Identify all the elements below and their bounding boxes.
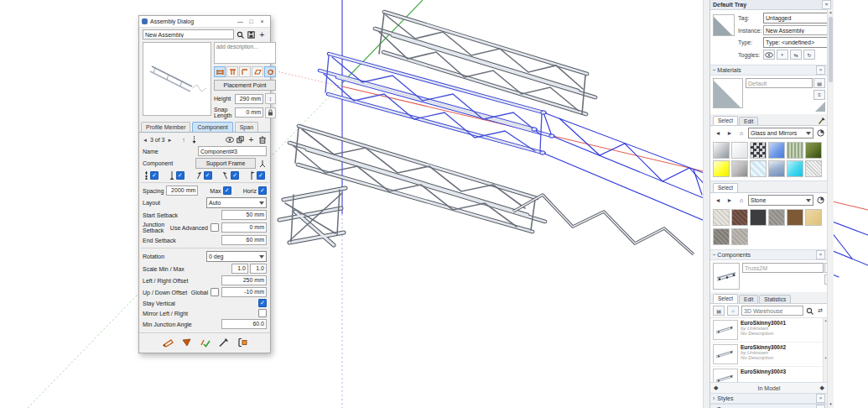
collapse-materials-icon[interactable]: › <box>711 69 717 71</box>
scroll-up-icon[interactable]: ▲ <box>828 9 834 16</box>
in-model-materials2-icon[interactable]: ⌂ <box>736 196 746 206</box>
material-swatch[interactable] <box>787 160 803 177</box>
toggle-checkbox-4[interactable]: ✓ <box>231 171 239 180</box>
assembly-name-input[interactable] <box>143 29 234 39</box>
tab-span[interactable]: Span <box>235 122 258 132</box>
component-pick-icon[interactable] <box>257 159 267 168</box>
mode-frame-icon[interactable] <box>214 66 226 77</box>
materials2-tab-select[interactable]: Select <box>713 183 738 192</box>
mode-columns-icon[interactable] <box>226 66 238 77</box>
collections-swap-icon[interactable]: ⇄ <box>815 306 825 316</box>
scale-min-input[interactable]: 1.0 <box>231 264 248 274</box>
hidden-toggle-icon[interactable] <box>763 50 775 60</box>
toggle-checkbox-1[interactable]: ✓ <box>150 171 159 180</box>
tags-header[interactable]: › Tags × <box>710 404 828 408</box>
draw-assembly-icon[interactable] <box>163 337 174 348</box>
scale-max-input[interactable]: 1.0 <box>250 264 267 274</box>
cast-shadows-icon[interactable]: ↻ <box>803 50 815 60</box>
back-collection2-icon[interactable]: ◄ <box>713 196 723 206</box>
horiz-checkbox[interactable]: ✓ <box>258 186 267 195</box>
components-tab-statistics[interactable]: Statistics <box>759 295 791 303</box>
sample-assembly-icon[interactable] <box>218 337 229 348</box>
tray-scrollbar[interactable]: ▲ ▼ <box>827 9 834 408</box>
material-details-icon[interactable]: ≡ <box>813 90 825 100</box>
tray-titlebar[interactable]: Default Tray × <box>710 0 834 10</box>
material-swatch[interactable] <box>750 142 767 159</box>
zigzag-tube[interactable] <box>513 195 694 254</box>
type-dropdown[interactable]: Type: <undefined> <box>763 37 834 48</box>
material-swatch[interactable] <box>731 142 748 159</box>
material-swatch[interactable] <box>713 142 730 159</box>
description-input[interactable] <box>214 42 276 64</box>
minimize-button[interactable]: — <box>235 18 246 24</box>
use-advanced-checkbox[interactable]: ✓ <box>211 223 219 232</box>
material-collection2-dropdown[interactable]: Stone <box>748 195 813 206</box>
mirror-checkbox[interactable]: ✓ <box>258 309 267 317</box>
in-model-materials-icon[interactable]: ⌂ <box>736 128 746 139</box>
save-icon[interactable] <box>247 30 256 39</box>
material-swatch[interactable] <box>768 209 785 226</box>
material-swatch[interactable] <box>805 142 822 159</box>
materials-tab-select[interactable]: Select <box>713 116 738 125</box>
receive-shadows-icon[interactable]: ⇆ <box>790 50 802 60</box>
tag-dropdown[interactable]: Untagged <box>763 13 834 24</box>
add-to-library-icon[interactable] <box>236 337 247 348</box>
materials-tab-edit[interactable]: Edit <box>739 117 758 125</box>
component-name-input[interactable] <box>198 146 267 156</box>
material-swatch[interactable] <box>731 160 748 177</box>
add-component-icon[interactable]: + <box>247 135 256 144</box>
component-list-item[interactable]: EuroSkinny300#3 <box>710 367 828 382</box>
lock-icon[interactable] <box>265 107 276 118</box>
global-checkbox[interactable]: ✓ <box>211 288 219 296</box>
max-checkbox[interactable]: ✓ <box>223 186 231 195</box>
material-swatch[interactable] <box>750 209 767 226</box>
min-junction-angle-input[interactable]: 60.0 <box>221 319 267 329</box>
next-model-icon[interactable]: ◆ <box>820 384 824 391</box>
duplicate-icon[interactable] <box>236 135 245 144</box>
secondary-pane-icon[interactable]: ▤ <box>813 78 825 88</box>
lr-offset-input[interactable]: 250 mm <box>221 275 267 285</box>
material-swatch[interactable] <box>768 160 785 177</box>
styles-close-icon[interactable]: × <box>816 394 825 403</box>
toggle-checkbox-5[interactable]: ✓ <box>257 171 265 180</box>
components-home-icon[interactable]: ⌂ <box>727 306 739 316</box>
mode-polygon-icon[interactable] <box>252 66 263 77</box>
tags-close-icon[interactable]: × <box>816 405 825 408</box>
components-tab-select[interactable]: Select <box>713 294 738 303</box>
next-component-icon[interactable]: ► <box>167 138 172 143</box>
toggle-checkbox-3[interactable]: ✓ <box>204 171 212 180</box>
eyedropper-icon[interactable] <box>818 117 825 125</box>
modify-assembly-icon[interactable] <box>181 337 192 348</box>
spacing-input[interactable]: 2000 mm <box>166 186 198 196</box>
forward-collection-icon[interactable]: ► <box>725 128 735 139</box>
collection2-options-icon[interactable] <box>815 196 825 206</box>
tab-component[interactable]: Component <box>192 122 232 132</box>
mode-loop-icon[interactable] <box>264 66 276 77</box>
add-assembly-icon[interactable]: + <box>257 30 267 39</box>
component-search-name[interactable] <box>742 263 824 273</box>
layout-dropdown[interactable]: Auto <box>206 197 267 208</box>
material-swatch[interactable] <box>787 142 803 159</box>
forward-collection2-icon[interactable]: ► <box>725 196 735 206</box>
move-down-icon[interactable] <box>190 135 199 144</box>
material-swatch[interactable] <box>713 209 730 226</box>
material-swatch[interactable] <box>805 160 822 177</box>
dialog-titlebar[interactable]: Assembly Dialog — □ × <box>139 16 270 28</box>
validate-assembly-icon[interactable] <box>200 337 211 348</box>
material-swatch[interactable] <box>713 228 730 245</box>
materials-header[interactable]: › Materials × <box>710 65 828 76</box>
maximize-button[interactable]: □ <box>246 18 257 24</box>
tab-profile-member[interactable]: Profile Member <box>141 122 190 132</box>
junction-setback-input[interactable]: 0 mm <box>221 222 267 233</box>
styles-header[interactable]: › Styles × <box>710 393 828 404</box>
snap-length-input[interactable]: 0 mm <box>235 107 263 118</box>
component-select-button[interactable]: Support Frame <box>195 158 256 169</box>
visibility-icon[interactable] <box>225 135 234 144</box>
material-swatch[interactable] <box>768 142 785 159</box>
material-swatch[interactable] <box>731 228 748 245</box>
scroll-down-icon[interactable]: ▼ <box>828 401 834 408</box>
materials-close-icon[interactable]: × <box>816 65 825 75</box>
material-swatch[interactable] <box>805 209 822 226</box>
mode-corner-icon[interactable] <box>239 66 251 77</box>
assembly-dialog[interactable]: Assembly Dialog — □ × + <box>138 15 271 353</box>
